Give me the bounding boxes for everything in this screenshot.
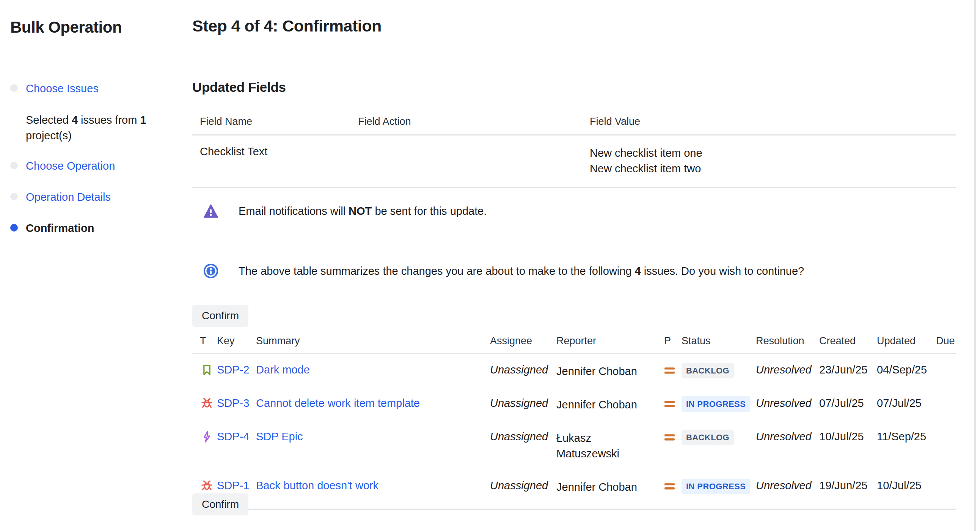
scrollbar-track[interactable] <box>974 0 976 531</box>
issue-key-link[interactable]: SDP-3 <box>217 397 256 410</box>
resolution-cell: Unresolved <box>756 479 819 492</box>
table-row: SDP-3 Cannot delete work item template U… <box>192 387 956 421</box>
updated-fields-heading: Updated Fields <box>192 80 286 95</box>
warning-text: Email notifications will NOT be sent for… <box>239 203 487 219</box>
status-cell: BACKLOG <box>681 364 756 378</box>
page-title: Step 4 of 4: Confirmation <box>192 17 382 35</box>
step-choose-issues[interactable]: Choose Issues <box>10 81 177 96</box>
summary-text: Selected <box>26 114 72 126</box>
column-header-field-name: Field Name <box>200 116 358 128</box>
priority-medium-icon <box>664 482 675 490</box>
step-choose-issues-summary: Selected 4 issues from 1 project(s) <box>26 112 157 144</box>
step-label[interactable]: Operation Details <box>26 190 111 204</box>
step-bullet-icon <box>10 162 18 169</box>
column-header-updated: Updated <box>877 335 936 347</box>
status-badge: BACKLOG <box>681 430 734 445</box>
issues-body: SDP-2 Dark mode Unassigned Jennifer Chob… <box>192 354 956 510</box>
type-cell <box>200 478 217 493</box>
bug-icon <box>200 396 214 410</box>
priority-medium-icon <box>664 434 675 442</box>
resolution-cell: Unresolved <box>756 431 819 443</box>
column-header-status: Status <box>681 335 756 347</box>
column-header-reporter: Reporter <box>556 335 664 347</box>
priority-cell <box>664 479 681 490</box>
type-cell <box>200 363 217 377</box>
bug-icon <box>200 478 214 493</box>
issue-summary-link[interactable]: SDP Epic <box>256 431 490 443</box>
issues-header-row: T Key Summary Assignee Reporter P Status… <box>192 335 956 354</box>
type-cell <box>200 430 217 444</box>
table-row: SDP-4 SDP Epic Unassigned Łukasz Matusze… <box>192 421 956 470</box>
issue-summary-link[interactable]: Back button doesn't work <box>256 479 490 492</box>
step-confirmation: Confirmation <box>10 221 177 235</box>
priority-cell <box>664 431 681 442</box>
field-value-cell: New checklist item one New checklist ite… <box>590 145 956 177</box>
column-header-key: Key <box>217 335 256 347</box>
assignee-cell: Unassigned <box>490 364 556 376</box>
step-bullet-icon <box>10 84 18 92</box>
created-cell: 10/Jul/25 <box>819 431 877 443</box>
step-operation-details[interactable]: Operation Details <box>10 190 177 204</box>
updated-cell: 04/Sep/25 <box>877 364 936 376</box>
reporter-cell: Jennifer Choban <box>556 397 664 413</box>
created-cell: 07/Jul/25 <box>819 397 877 410</box>
bulk-operation-sidebar: Bulk Operation Choose Issues Selected 4 … <box>10 18 177 252</box>
updated-field-row: Checklist Text New checklist item one Ne… <box>192 136 956 188</box>
info-issue-count: 4 <box>635 265 641 277</box>
confirm-button-bottom[interactable]: Confirm <box>192 493 248 515</box>
created-cell: 23/Jun/25 <box>819 364 877 376</box>
updated-cell: 11/Sep/25 <box>877 431 936 443</box>
step-label[interactable]: Choose Issues <box>26 81 99 96</box>
info-text-part: issues. Do you wish to continue? <box>641 265 804 277</box>
priority-medium-icon <box>664 400 675 408</box>
field-value-line: New checklist item two <box>590 161 956 177</box>
updated-cell: 07/Jul/25 <box>877 397 936 410</box>
column-header-priority: P <box>664 335 681 347</box>
issues-table: T Key Summary Assignee Reporter P Status… <box>192 335 956 510</box>
assignee-cell: Unassigned <box>490 397 556 410</box>
email-notification-warning: Email notifications will NOT be sent for… <box>203 203 487 219</box>
issue-summary-link[interactable]: Dark mode <box>256 364 490 376</box>
table-row: SDP-2 Dark mode Unassigned Jennifer Chob… <box>192 354 956 387</box>
type-cell <box>200 396 217 410</box>
status-badge: IN PROGRESS <box>681 396 750 412</box>
priority-cell <box>664 364 681 375</box>
updated-cell: 10/Jul/25 <box>877 479 936 492</box>
priority-medium-icon <box>664 367 675 375</box>
column-header-field-action: Field Action <box>358 116 590 128</box>
warning-text-part: Email notifications will <box>239 205 348 217</box>
column-header-field-value: Field Value <box>590 116 956 128</box>
field-action-cell <box>358 145 590 177</box>
step-label[interactable]: Choose Operation <box>26 159 115 173</box>
step-choose-operation[interactable]: Choose Operation <box>10 159 177 173</box>
issue-count: 4 <box>72 114 78 126</box>
issue-key-link[interactable]: SDP-1 <box>217 479 256 492</box>
column-header-type: T <box>200 335 217 347</box>
resolution-cell: Unresolved <box>756 397 819 410</box>
reporter-cell: Jennifer Choban <box>556 479 664 495</box>
issue-summary-link[interactable]: Cannot delete work item template <box>256 397 490 410</box>
info-text: The above table summarizes the changes y… <box>239 263 804 279</box>
field-value-line: New checklist item one <box>590 145 956 161</box>
step-bullet-active-icon <box>10 224 18 231</box>
updated-fields-table: Field Name Field Action Field Value Chec… <box>192 116 956 188</box>
assignee-cell: Unassigned <box>490 431 556 443</box>
column-header-created: Created <box>819 335 877 347</box>
warning-not: NOT <box>348 205 372 217</box>
epic-icon <box>200 430 214 444</box>
summary-text: issues from <box>78 114 140 126</box>
warning-text-part: be sent for this update. <box>372 205 487 217</box>
confirm-button-top[interactable]: Confirm <box>192 305 248 327</box>
project-count: 1 <box>140 114 146 126</box>
field-name-cell: Checklist Text <box>200 145 358 177</box>
column-header-summary: Summary <box>256 335 490 347</box>
issue-key-link[interactable]: SDP-4 <box>217 431 256 443</box>
assignee-cell: Unassigned <box>490 479 556 492</box>
column-header-due: Due <box>936 335 956 347</box>
updated-fields-header-row: Field Name Field Action Field Value <box>192 116 956 136</box>
priority-cell <box>664 397 681 408</box>
story-icon <box>200 363 214 377</box>
issue-key-link[interactable]: SDP-2 <box>217 364 256 376</box>
table-row: SDP-1 Back button doesn't work Unassigne… <box>192 470 956 503</box>
status-cell: IN PROGRESS <box>681 397 756 412</box>
